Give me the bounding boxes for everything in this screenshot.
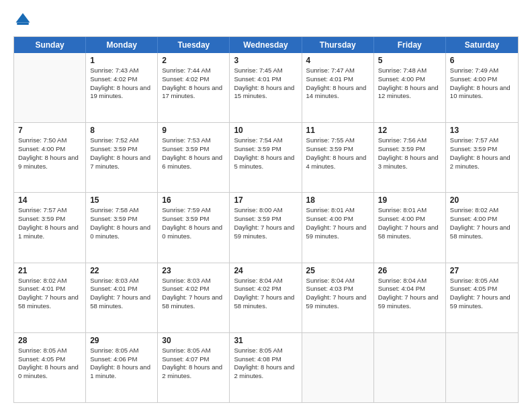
day-info: Sunrise: 8:04 AM Sunset: 4:03 PM Dayligh… bbox=[306, 277, 369, 311]
day-info: Sunrise: 8:05 AM Sunset: 4:07 PM Dayligh… bbox=[162, 347, 225, 381]
weekday-header: Monday bbox=[86, 37, 158, 53]
day-info: Sunrise: 7:50 AM Sunset: 4:00 PM Dayligh… bbox=[18, 136, 81, 171]
logo bbox=[13, 11, 35, 30]
calendar-cell: 17Sunrise: 8:00 AM Sunset: 3:59 PM Dayli… bbox=[230, 193, 302, 262]
calendar-cell: 25Sunrise: 8:04 AM Sunset: 4:03 PM Dayli… bbox=[302, 263, 374, 332]
calendar-cell bbox=[302, 333, 374, 402]
weekday-header: Tuesday bbox=[158, 37, 230, 53]
day-info: Sunrise: 7:54 AM Sunset: 3:59 PM Dayligh… bbox=[234, 136, 297, 171]
day-info: Sunrise: 8:01 AM Sunset: 4:00 PM Dayligh… bbox=[306, 206, 369, 240]
day-info: Sunrise: 8:05 AM Sunset: 4:05 PM Dayligh… bbox=[18, 347, 81, 381]
day-number: 24 bbox=[234, 266, 297, 275]
calendar-cell: 6Sunrise: 7:49 AM Sunset: 4:00 PM Daylig… bbox=[446, 53, 518, 122]
day-number: 1 bbox=[90, 56, 153, 65]
calendar-cell: 30Sunrise: 8:05 AM Sunset: 4:07 PM Dayli… bbox=[158, 333, 230, 402]
day-info: Sunrise: 7:59 AM Sunset: 3:59 PM Dayligh… bbox=[162, 206, 225, 240]
day-number: 23 bbox=[162, 266, 225, 275]
day-number: 11 bbox=[306, 126, 369, 135]
calendar-cell: 12Sunrise: 7:56 AM Sunset: 3:59 PM Dayli… bbox=[374, 123, 446, 192]
day-info: Sunrise: 7:52 AM Sunset: 3:59 PM Dayligh… bbox=[90, 136, 153, 171]
day-number: 28 bbox=[18, 336, 81, 345]
day-info: Sunrise: 8:03 AM Sunset: 4:02 PM Dayligh… bbox=[162, 277, 225, 311]
day-info: Sunrise: 8:01 AM Sunset: 4:00 PM Dayligh… bbox=[378, 206, 441, 240]
calendar-cell: 7Sunrise: 7:50 AM Sunset: 4:00 PM Daylig… bbox=[14, 123, 86, 192]
calendar-week-row: 14Sunrise: 7:57 AM Sunset: 3:59 PM Dayli… bbox=[14, 193, 518, 263]
calendar-cell: 4Sunrise: 7:47 AM Sunset: 4:01 PM Daylig… bbox=[302, 53, 374, 122]
day-number: 7 bbox=[18, 126, 81, 135]
calendar-cell: 19Sunrise: 8:01 AM Sunset: 4:00 PM Dayli… bbox=[374, 193, 446, 262]
calendar-cell: 28Sunrise: 8:05 AM Sunset: 4:05 PM Dayli… bbox=[14, 333, 86, 402]
calendar-cell: 5Sunrise: 7:48 AM Sunset: 4:00 PM Daylig… bbox=[374, 53, 446, 122]
day-info: Sunrise: 8:05 AM Sunset: 4:05 PM Dayligh… bbox=[450, 277, 514, 311]
day-info: Sunrise: 8:04 AM Sunset: 4:04 PM Dayligh… bbox=[378, 277, 441, 311]
day-info: Sunrise: 7:57 AM Sunset: 3:59 PM Dayligh… bbox=[450, 136, 514, 171]
calendar-cell: 3Sunrise: 7:45 AM Sunset: 4:01 PM Daylig… bbox=[230, 53, 302, 122]
svg-rect-1 bbox=[17, 23, 29, 26]
day-info: Sunrise: 8:02 AM Sunset: 4:01 PM Dayligh… bbox=[18, 277, 81, 311]
day-info: Sunrise: 8:05 AM Sunset: 4:08 PM Dayligh… bbox=[234, 347, 297, 381]
day-number: 4 bbox=[306, 56, 369, 65]
weekday-header: Thursday bbox=[302, 37, 374, 53]
calendar-cell: 22Sunrise: 8:03 AM Sunset: 4:01 PM Dayli… bbox=[86, 263, 158, 332]
calendar-cell: 27Sunrise: 8:05 AM Sunset: 4:05 PM Dayli… bbox=[446, 263, 518, 332]
day-info: Sunrise: 8:00 AM Sunset: 3:59 PM Dayligh… bbox=[234, 206, 297, 240]
day-number: 31 bbox=[234, 336, 297, 345]
day-number: 25 bbox=[306, 266, 369, 275]
day-number: 2 bbox=[162, 56, 225, 65]
day-number: 10 bbox=[234, 126, 297, 135]
day-number: 14 bbox=[18, 195, 81, 205]
weekday-header: Saturday bbox=[446, 37, 518, 53]
day-number: 8 bbox=[90, 126, 153, 135]
day-number: 15 bbox=[90, 195, 153, 205]
calendar-cell: 18Sunrise: 8:01 AM Sunset: 4:00 PM Dayli… bbox=[302, 193, 374, 262]
day-info: Sunrise: 7:58 AM Sunset: 3:59 PM Dayligh… bbox=[90, 206, 153, 240]
day-number: 19 bbox=[378, 195, 441, 205]
day-info: Sunrise: 8:03 AM Sunset: 4:01 PM Dayligh… bbox=[90, 277, 153, 311]
calendar-week-row: 1Sunrise: 7:43 AM Sunset: 4:02 PM Daylig… bbox=[14, 53, 518, 123]
calendar-cell: 31Sunrise: 8:05 AM Sunset: 4:08 PM Dayli… bbox=[230, 333, 302, 402]
day-number: 6 bbox=[450, 56, 514, 65]
calendar-body: 1Sunrise: 7:43 AM Sunset: 4:02 PM Daylig… bbox=[14, 53, 518, 402]
calendar-header-row: SundayMondayTuesdayWednesdayThursdayFrid… bbox=[14, 37, 518, 53]
day-number: 16 bbox=[162, 195, 225, 205]
calendar-cell: 10Sunrise: 7:54 AM Sunset: 3:59 PM Dayli… bbox=[230, 123, 302, 192]
day-info: Sunrise: 7:49 AM Sunset: 4:00 PM Dayligh… bbox=[450, 66, 514, 101]
calendar-week-row: 7Sunrise: 7:50 AM Sunset: 4:00 PM Daylig… bbox=[14, 123, 518, 193]
calendar-cell: 26Sunrise: 8:04 AM Sunset: 4:04 PM Dayli… bbox=[374, 263, 446, 332]
day-number: 9 bbox=[162, 126, 225, 135]
day-number: 30 bbox=[162, 336, 225, 345]
weekday-header: Wednesday bbox=[230, 37, 302, 53]
weekday-header: Friday bbox=[374, 37, 446, 53]
calendar-cell bbox=[446, 333, 518, 402]
day-number: 13 bbox=[450, 126, 514, 135]
svg-marker-0 bbox=[16, 13, 30, 23]
day-info: Sunrise: 8:05 AM Sunset: 4:06 PM Dayligh… bbox=[90, 347, 153, 381]
calendar-cell: 8Sunrise: 7:52 AM Sunset: 3:59 PM Daylig… bbox=[86, 123, 158, 192]
day-number: 3 bbox=[234, 56, 297, 65]
calendar: SundayMondayTuesdayWednesdayThursdayFrid… bbox=[13, 36, 519, 403]
day-info: Sunrise: 8:02 AM Sunset: 4:00 PM Dayligh… bbox=[450, 206, 514, 240]
calendar-cell: 24Sunrise: 8:04 AM Sunset: 4:02 PM Dayli… bbox=[230, 263, 302, 332]
day-number: 12 bbox=[378, 126, 441, 135]
day-number: 22 bbox=[90, 266, 153, 275]
day-number: 20 bbox=[450, 195, 514, 205]
day-info: Sunrise: 8:04 AM Sunset: 4:02 PM Dayligh… bbox=[234, 277, 297, 311]
calendar-cell: 11Sunrise: 7:55 AM Sunset: 3:59 PM Dayli… bbox=[302, 123, 374, 192]
page: SundayMondayTuesdayWednesdayThursdayFrid… bbox=[0, 0, 532, 411]
day-info: Sunrise: 7:55 AM Sunset: 3:59 PM Dayligh… bbox=[306, 136, 369, 171]
calendar-cell bbox=[14, 53, 86, 122]
day-number: 18 bbox=[306, 195, 369, 205]
calendar-cell: 13Sunrise: 7:57 AM Sunset: 3:59 PM Dayli… bbox=[446, 123, 518, 192]
day-number: 17 bbox=[234, 195, 297, 205]
day-number: 21 bbox=[18, 266, 81, 275]
calendar-cell: 29Sunrise: 8:05 AM Sunset: 4:06 PM Dayli… bbox=[86, 333, 158, 402]
day-number: 26 bbox=[378, 266, 441, 275]
logo-icon bbox=[13, 11, 32, 30]
calendar-cell: 14Sunrise: 7:57 AM Sunset: 3:59 PM Dayli… bbox=[14, 193, 86, 262]
day-number: 27 bbox=[450, 266, 514, 275]
day-info: Sunrise: 7:57 AM Sunset: 3:59 PM Dayligh… bbox=[18, 206, 81, 240]
day-info: Sunrise: 7:47 AM Sunset: 4:01 PM Dayligh… bbox=[306, 66, 369, 101]
calendar-cell: 2Sunrise: 7:44 AM Sunset: 4:02 PM Daylig… bbox=[158, 53, 230, 122]
day-info: Sunrise: 7:48 AM Sunset: 4:00 PM Dayligh… bbox=[378, 66, 441, 101]
day-info: Sunrise: 7:45 AM Sunset: 4:01 PM Dayligh… bbox=[234, 66, 297, 101]
